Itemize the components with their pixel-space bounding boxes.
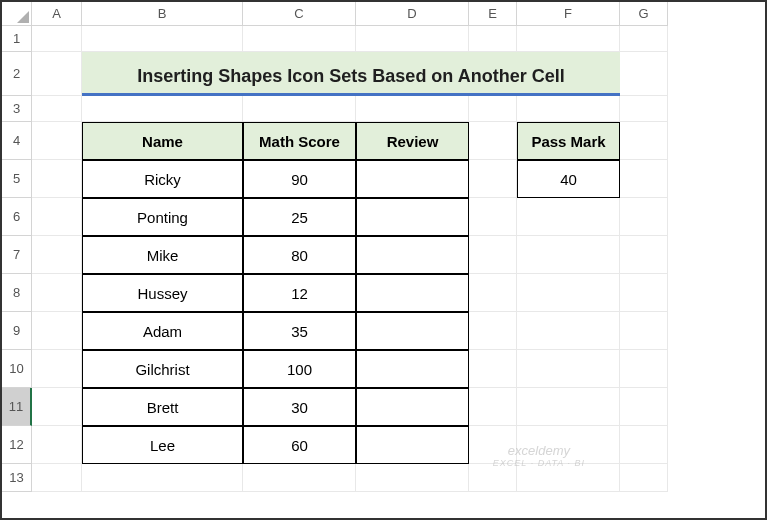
cell[interactable] (82, 464, 243, 492)
table-row[interactable]: Ricky (82, 160, 243, 198)
cell[interactable] (469, 388, 517, 426)
table-row[interactable]: Adam (82, 312, 243, 350)
row-header-11[interactable]: 11 (2, 388, 32, 426)
col-header-B[interactable]: B (82, 2, 243, 26)
cell[interactable] (32, 426, 82, 464)
cell[interactable] (32, 122, 82, 160)
cell[interactable] (32, 96, 82, 122)
table-row[interactable]: Brett (82, 388, 243, 426)
table-row[interactable] (356, 160, 469, 198)
cell[interactable] (469, 96, 517, 122)
col-header-C[interactable]: C (243, 2, 356, 26)
cell[interactable] (356, 96, 469, 122)
cell[interactable] (620, 26, 668, 52)
pass-mark-label[interactable]: Pass Mark (517, 122, 620, 160)
cell[interactable] (469, 160, 517, 198)
cell[interactable] (469, 350, 517, 388)
row-header-7[interactable]: 7 (2, 236, 32, 274)
table-row[interactable]: 60 (243, 426, 356, 464)
cell[interactable] (32, 236, 82, 274)
cell[interactable] (243, 96, 356, 122)
table-row[interactable]: 35 (243, 312, 356, 350)
table-row[interactable]: 80 (243, 236, 356, 274)
table-header-review[interactable]: Review (356, 122, 469, 160)
row-header-13[interactable]: 13 (2, 464, 32, 492)
cell[interactable] (469, 464, 517, 492)
cell[interactable] (517, 26, 620, 52)
cell[interactable] (32, 388, 82, 426)
row-header-12[interactable]: 12 (2, 426, 32, 464)
cell[interactable] (517, 198, 620, 236)
table-row[interactable] (356, 274, 469, 312)
table-row[interactable]: 12 (243, 274, 356, 312)
cell[interactable] (32, 312, 82, 350)
col-header-D[interactable]: D (356, 2, 469, 26)
cell[interactable] (32, 26, 82, 52)
cell[interactable] (82, 26, 243, 52)
table-row[interactable] (356, 236, 469, 274)
cell[interactable] (243, 464, 356, 492)
cell[interactable] (620, 236, 668, 274)
cell[interactable] (517, 426, 620, 464)
title-cell[interactable]: Inserting Shapes Icon Sets Based on Anot… (82, 52, 620, 96)
row-header-3[interactable]: 3 (2, 96, 32, 122)
cell[interactable] (32, 52, 82, 96)
col-header-E[interactable]: E (469, 2, 517, 26)
cell[interactable] (620, 350, 668, 388)
cell[interactable] (620, 426, 668, 464)
cell[interactable] (469, 426, 517, 464)
cell[interactable] (517, 312, 620, 350)
table-row[interactable]: Mike (82, 236, 243, 274)
cell[interactable] (517, 464, 620, 492)
cell[interactable] (620, 198, 668, 236)
cell[interactable] (620, 312, 668, 350)
table-row[interactable] (356, 426, 469, 464)
cell[interactable] (620, 274, 668, 312)
cell[interactable] (620, 52, 668, 96)
cell[interactable] (517, 236, 620, 274)
row-header-9[interactable]: 9 (2, 312, 32, 350)
cell[interactable] (517, 388, 620, 426)
table-row[interactable]: Hussey (82, 274, 243, 312)
table-row[interactable]: 100 (243, 350, 356, 388)
table-row[interactable]: 25 (243, 198, 356, 236)
pass-mark-value[interactable]: 40 (517, 160, 620, 198)
col-header-A[interactable]: A (32, 2, 82, 26)
cell[interactable] (32, 464, 82, 492)
cell[interactable] (620, 464, 668, 492)
table-row[interactable]: Gilchrist (82, 350, 243, 388)
cell[interactable] (620, 160, 668, 198)
table-row[interactable] (356, 312, 469, 350)
table-row[interactable]: 90 (243, 160, 356, 198)
row-header-10[interactable]: 10 (2, 350, 32, 388)
cell[interactable] (243, 26, 356, 52)
table-row[interactable]: Ponting (82, 198, 243, 236)
row-header-5[interactable]: 5 (2, 160, 32, 198)
table-row[interactable]: Lee (82, 426, 243, 464)
table-header-name[interactable]: Name (82, 122, 243, 160)
cell[interactable] (32, 274, 82, 312)
row-header-2[interactable]: 2 (2, 52, 32, 96)
cell[interactable] (32, 350, 82, 388)
cell[interactable] (517, 350, 620, 388)
row-header-6[interactable]: 6 (2, 198, 32, 236)
cell[interactable] (32, 198, 82, 236)
cell[interactable] (620, 388, 668, 426)
cell[interactable] (32, 160, 82, 198)
row-header-4[interactable]: 4 (2, 122, 32, 160)
spreadsheet-grid[interactable]: A B C D E F G 1 2 Inserting Shapes Icon … (2, 2, 765, 492)
select-all-corner[interactable] (2, 2, 32, 26)
table-row[interactable]: 30 (243, 388, 356, 426)
cell[interactable] (82, 96, 243, 122)
cell[interactable] (469, 312, 517, 350)
cell[interactable] (356, 464, 469, 492)
col-header-G[interactable]: G (620, 2, 668, 26)
row-header-8[interactable]: 8 (2, 274, 32, 312)
cell[interactable] (469, 26, 517, 52)
table-header-score[interactable]: Math Score (243, 122, 356, 160)
col-header-F[interactable]: F (517, 2, 620, 26)
cell[interactable] (469, 274, 517, 312)
cell[interactable] (517, 274, 620, 312)
table-row[interactable] (356, 388, 469, 426)
cell[interactable] (517, 96, 620, 122)
